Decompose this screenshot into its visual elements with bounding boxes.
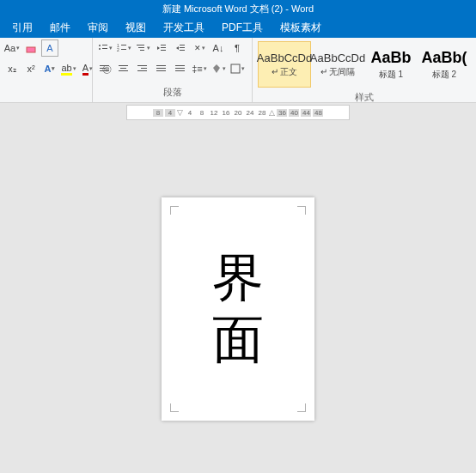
svg-rect-8 <box>121 49 126 50</box>
svg-rect-21 <box>119 65 128 66</box>
margin-mark-icon <box>297 206 306 215</box>
superscript-button[interactable]: x² <box>22 60 40 77</box>
font-group-label <box>3 97 88 100</box>
tab-mailings[interactable]: 邮件 <box>41 17 79 39</box>
ruler-mark: 28 <box>257 109 267 117</box>
style-normal[interactable]: AaBbCcDd ↵ 正文 <box>258 41 311 88</box>
subscript-button[interactable]: x₂ <box>3 60 21 77</box>
borders-button[interactable]: ▾ <box>229 60 246 77</box>
svg-rect-0 <box>27 47 35 52</box>
shading-button[interactable]: ▾ <box>210 60 227 77</box>
clear-format-button[interactable] <box>22 39 40 57</box>
ruler-mark: 36 <box>277 109 287 117</box>
ruler-mark: 24 <box>245 109 255 117</box>
indent-marker-icon[interactable]: △ <box>269 108 275 117</box>
align-right-button[interactable] <box>134 60 151 77</box>
numbering-button[interactable]: 12▾ <box>115 39 132 57</box>
svg-rect-4 <box>102 48 107 49</box>
svg-rect-14 <box>161 50 166 51</box>
style-name: 标题 1 <box>379 69 403 81</box>
text-effects-button[interactable]: A▾ <box>41 60 58 77</box>
svg-rect-23 <box>119 70 128 71</box>
bullets-button[interactable]: ▾ <box>96 39 113 57</box>
ribbon: Aa▾ A x₂ x² A▾ ab▾ A▾ ㊥ ▾ 1 <box>0 38 476 103</box>
svg-rect-18 <box>100 65 109 66</box>
sort-button[interactable]: A↓ <box>210 39 227 57</box>
style-preview: AaBbCcDd <box>310 52 365 64</box>
document-page[interactable]: 界 面 <box>162 197 314 421</box>
styles-group: AaBbCcDd ↵ 正文 AaBbCcDd ↵ 无间隔 AaBb 标题 1 A… <box>253 38 476 102</box>
svg-rect-26 <box>137 70 147 71</box>
doc-text-line: 面 <box>212 309 264 371</box>
character-border-button[interactable]: A <box>41 39 58 57</box>
style-name: 标题 2 <box>432 69 456 81</box>
line-spacing-button[interactable]: ‡≡▾ <box>191 60 208 77</box>
highlight-button[interactable]: ab▾ <box>60 60 77 77</box>
svg-rect-33 <box>231 64 240 73</box>
svg-rect-12 <box>161 45 166 45</box>
asian-layout-button[interactable]: ✕▾ <box>191 39 208 57</box>
ruler-mark: 44 <box>301 109 311 117</box>
horizontal-ruler[interactable]: 8 4 ▽ 4 8 12 16 20 24 28 △ 36 40 44 48 <box>126 105 350 120</box>
tab-developer[interactable]: 开发工具 <box>155 17 213 39</box>
svg-rect-13 <box>161 47 166 48</box>
multilevel-button[interactable]: ▾ <box>134 39 151 57</box>
doc-text-line: 界 <box>212 247 264 309</box>
align-distribute-button[interactable] <box>172 60 189 77</box>
svg-rect-17 <box>180 50 185 51</box>
svg-rect-2 <box>102 45 107 45</box>
ruler-mark: 20 <box>233 109 243 117</box>
align-left-button[interactable] <box>96 60 113 77</box>
paragraph-group-label: 段落 <box>96 84 248 100</box>
styles-group-label: 样式 <box>256 89 473 106</box>
svg-rect-32 <box>175 70 185 71</box>
ribbon-tabs: 引用 邮件 审阅 视图 开发工具 PDF工具 模板素材 <box>0 17 476 38</box>
svg-point-1 <box>99 45 101 46</box>
ruler-mark: 16 <box>221 109 231 117</box>
style-heading1[interactable]: AaBb 标题 1 <box>364 41 418 88</box>
tab-pdf[interactable]: PDF工具 <box>213 17 272 39</box>
align-justify-button[interactable] <box>153 60 170 77</box>
style-preview: AaBb( <box>422 49 467 67</box>
svg-rect-22 <box>120 68 126 69</box>
svg-rect-20 <box>100 70 109 71</box>
svg-rect-16 <box>180 47 185 48</box>
svg-rect-25 <box>141 68 147 69</box>
svg-point-3 <box>99 48 101 50</box>
ruler-mark: 8 <box>153 109 163 117</box>
style-name: ↵ 无间隔 <box>320 66 356 78</box>
tab-templates[interactable]: 模板素材 <box>272 17 330 39</box>
margin-mark-icon <box>297 403 306 412</box>
svg-rect-11 <box>140 50 144 51</box>
tab-review[interactable]: 审阅 <box>79 17 117 39</box>
indent-marker-icon[interactable]: ▽ <box>177 108 183 117</box>
style-nospacing[interactable]: AaBbCcDd ↵ 无间隔 <box>311 41 364 88</box>
style-preview: AaBbCcDd <box>257 52 312 64</box>
increase-indent-button[interactable] <box>172 39 189 57</box>
svg-rect-15 <box>180 45 185 45</box>
svg-rect-30 <box>175 65 185 66</box>
tab-references[interactable]: 引用 <box>3 17 41 39</box>
title-bar: 新建 Microsoft Word 文档 (2) - Word <box>0 0 476 17</box>
ruler-mark: 8 <box>197 109 207 117</box>
ruler-mark: 48 <box>313 109 323 117</box>
align-center-button[interactable] <box>115 60 132 77</box>
window-title: 新建 Microsoft Word 文档 (2) - Word <box>162 3 314 15</box>
svg-rect-6 <box>121 45 126 45</box>
style-preview: AaBb <box>370 49 411 67</box>
ruler-mark: 4 <box>185 109 195 117</box>
margin-mark-icon <box>170 403 179 412</box>
svg-rect-31 <box>175 68 185 69</box>
decrease-indent-button[interactable] <box>153 39 170 57</box>
style-name: ↵ 正文 <box>272 66 298 78</box>
style-heading2[interactable]: AaBb( 标题 2 <box>418 41 471 88</box>
svg-rect-10 <box>138 47 144 48</box>
change-case-button[interactable]: Aa▾ <box>3 39 21 57</box>
paragraph-group: ▾ 12▾ ▾ ✕▾ A↓ ¶ ‡≡▾ ▾ ▾ <box>93 38 253 102</box>
tab-view[interactable]: 视图 <box>117 17 155 39</box>
show-marks-button[interactable]: ¶ <box>229 39 246 57</box>
svg-rect-29 <box>156 70 166 71</box>
ruler-mark: 12 <box>209 109 219 117</box>
svg-rect-28 <box>156 68 166 69</box>
svg-rect-24 <box>137 65 147 66</box>
